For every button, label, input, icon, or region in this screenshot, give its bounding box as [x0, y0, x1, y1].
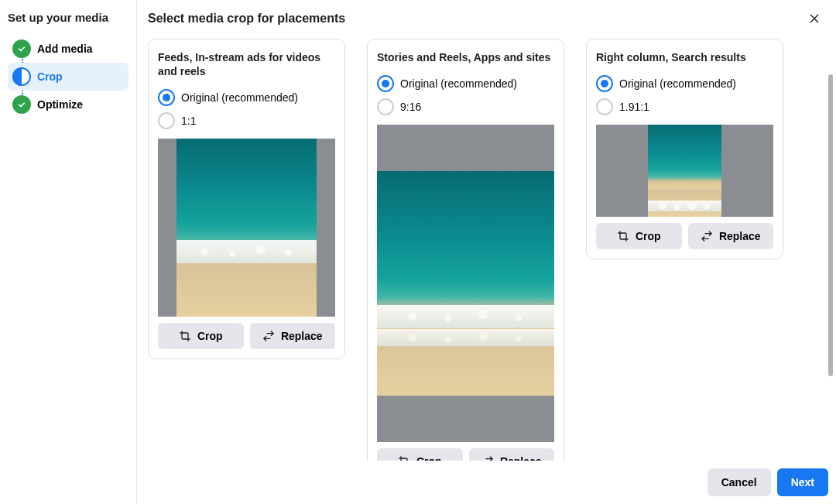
- ratio-option-original[interactable]: Original (recommended): [596, 72, 773, 95]
- wave-foam: [377, 305, 554, 328]
- radio-icon: [596, 75, 613, 92]
- replace-button[interactable]: Replace: [688, 223, 774, 249]
- placement-card-right-column: Right column, Search results Original (r…: [586, 39, 783, 259]
- footer-actions: Cancel Next: [137, 461, 836, 504]
- check-circle-icon: [12, 95, 31, 114]
- crop-label: Crop: [416, 455, 442, 461]
- cancel-button[interactable]: Cancel: [708, 468, 771, 496]
- ratio-option-1-91-1[interactable]: 1.91:1: [596, 95, 773, 118]
- placement-card-feeds: Feeds, In-stream ads for videos and reel…: [148, 39, 345, 359]
- ratio-option-label: Original (recommended): [619, 77, 736, 90]
- radio-icon: [596, 98, 613, 115]
- crop-icon: [617, 230, 629, 242]
- step-optimize[interactable]: Optimize: [8, 91, 128, 118]
- step-crop[interactable]: Crop: [8, 63, 128, 91]
- placement-preview: [158, 139, 335, 317]
- scrollbar-track[interactable]: [828, 74, 833, 417]
- step-label: Optimize: [37, 98, 83, 111]
- content-area: Feeds, In-stream ads for videos and reel…: [137, 37, 836, 461]
- ratio-option-9-16[interactable]: 9:16: [377, 95, 554, 118]
- ratio-option-1-1[interactable]: 1:1: [158, 109, 335, 132]
- ratio-option-label: 1:1: [181, 115, 196, 127]
- ratio-option-label: Original (recommended): [181, 91, 298, 104]
- replace-label: Replace: [719, 230, 761, 242]
- radio-icon: [158, 112, 175, 129]
- page-title: Select media crop for placements: [148, 12, 345, 26]
- replace-icon: [481, 455, 494, 461]
- placement-card-actions: Crop Replace: [596, 223, 773, 249]
- radio-icon: [158, 89, 175, 106]
- crop-icon: [179, 330, 191, 342]
- ratio-option-label: 1.91:1: [619, 101, 649, 113]
- crop-icon: [398, 455, 410, 461]
- replace-button[interactable]: Replace: [250, 323, 336, 349]
- step-label: Crop: [37, 70, 63, 83]
- header: Select media crop for placements: [137, 0, 836, 37]
- half-circle-icon: [12, 67, 31, 86]
- placement-card-title: Feeds, In-stream ads for videos and reel…: [158, 50, 335, 78]
- placement-card-title: Stories and Reels, Apps and sites: [377, 50, 554, 64]
- ratio-option-original[interactable]: Original (recommended): [377, 72, 554, 95]
- media-thumbnail: [176, 139, 317, 317]
- scrollbar-thumb[interactable]: [828, 74, 833, 376]
- check-circle-icon: [12, 39, 31, 58]
- crop-label: Crop: [636, 230, 661, 242]
- wave-foam: [648, 201, 721, 211]
- placement-card-actions: Crop Replace: [158, 323, 335, 349]
- ratio-option-original[interactable]: Original (recommended): [158, 86, 335, 109]
- ratio-option-label: Original (recommended): [400, 77, 517, 90]
- media-thumbnail: [648, 125, 721, 217]
- step-add-media[interactable]: Add media: [8, 35, 128, 63]
- step-list: Add media Crop Optimize: [8, 35, 128, 118]
- replace-label: Replace: [281, 330, 323, 342]
- placement-card-stories: Stories and Reels, Apps and sites Origin…: [367, 39, 564, 461]
- replace-label: Replace: [500, 455, 542, 461]
- sidebar-title: Set up your media: [8, 11, 128, 24]
- media-thumbnail: [377, 171, 554, 396]
- replace-icon: [701, 230, 713, 242]
- next-button[interactable]: Next: [777, 468, 828, 496]
- placement-preview: [596, 125, 773, 217]
- replace-icon: [262, 330, 275, 342]
- ratio-option-label: 9:16: [400, 101, 421, 113]
- close-icon: [808, 12, 821, 26]
- crop-button[interactable]: Crop: [158, 323, 244, 349]
- setup-media-sidebar: Set up your media Add media Crop Optimiz…: [0, 0, 137, 504]
- radio-icon: [377, 98, 394, 115]
- crop-button[interactable]: Crop: [596, 223, 682, 249]
- main-panel: Select media crop for placements Feeds, …: [137, 0, 836, 504]
- placement-card-title: Right column, Search results: [596, 50, 773, 64]
- wave-foam: [377, 329, 554, 346]
- replace-button[interactable]: Replace: [469, 448, 555, 461]
- wave-foam: [176, 240, 317, 263]
- crop-label: Crop: [197, 330, 223, 342]
- step-label: Add media: [37, 43, 93, 55]
- placement-card-actions: Crop Replace: [377, 448, 554, 461]
- close-button[interactable]: [803, 8, 825, 29]
- placement-cards-row: Feeds, In-stream ads for videos and reel…: [137, 37, 836, 461]
- radio-icon: [377, 75, 394, 92]
- placement-preview: [377, 125, 554, 442]
- crop-button[interactable]: Crop: [377, 448, 463, 461]
